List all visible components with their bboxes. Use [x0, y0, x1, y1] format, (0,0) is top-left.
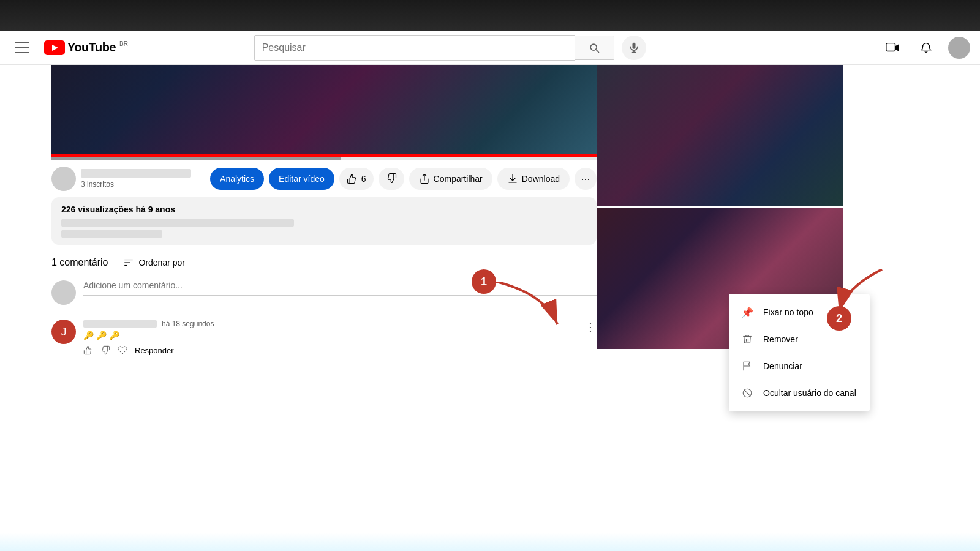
bell-icon	[919, 41, 933, 54]
notifications-button[interactable]	[914, 36, 938, 60]
views-text: 226 visualizações há 9 anos	[61, 204, 587, 214]
block-icon	[741, 387, 753, 399]
comment-username-bar	[83, 320, 157, 328]
svg-marker-6	[895, 44, 899, 51]
comment-actions: Responder	[83, 345, 597, 355]
svg-line-14	[744, 390, 751, 397]
mic-icon	[628, 42, 640, 54]
context-menu-hide-user-label: Ocultar usuário do canal	[763, 388, 856, 398]
video-info-bar: 3 inscritos Analytics Editar vídeo 6	[51, 160, 597, 197]
like-button[interactable]: 6	[339, 168, 374, 190]
dislike-button[interactable]	[379, 168, 404, 190]
comment-thumbs-up-icon	[83, 345, 93, 355]
comments-header: 1 comentário Ordenar por	[51, 257, 597, 268]
comment-thumbs-down-icon	[100, 345, 110, 355]
search-icon	[588, 42, 600, 54]
channel-info: 3 inscritos	[81, 169, 191, 189]
user-avatar[interactable]	[948, 37, 970, 59]
comments-count: 1 comentário	[51, 257, 108, 268]
download-label: Download	[522, 174, 560, 184]
description-line-1	[61, 219, 294, 227]
comment-time: há 18 segundos	[162, 320, 214, 328]
search-area	[254, 35, 646, 61]
edit-video-button[interactable]: Editar vídeo	[269, 168, 334, 190]
commenter-avatar: J	[51, 320, 76, 344]
description-line-2	[61, 230, 162, 238]
trash-icon	[741, 333, 753, 345]
comment-like-button[interactable]	[83, 345, 93, 355]
channel-name-bar	[81, 169, 191, 178]
subscribers-text: 3 inscritos	[81, 180, 191, 189]
search-input-wrap	[254, 35, 575, 61]
heart-icon	[118, 345, 127, 355]
create-icon	[885, 41, 899, 54]
sidebar-thumbnail-1[interactable]	[597, 65, 843, 206]
logo-text: YouTube	[67, 40, 116, 54]
arrow-2	[833, 269, 894, 318]
youtube-play-icon	[44, 40, 65, 55]
video-player[interactable]	[51, 65, 597, 157]
user-comment-avatar	[51, 280, 76, 305]
channel-avatar	[51, 167, 76, 191]
comment-heart-button[interactable]	[118, 345, 127, 355]
comment-more-button[interactable]: ⋮	[584, 320, 597, 334]
share-label: Compartilhar	[434, 174, 483, 184]
context-menu-pin-label: Fixar no topo	[763, 307, 813, 317]
sort-icon	[123, 257, 134, 268]
context-menu-report-label: Denunciar	[763, 361, 802, 371]
download-button[interactable]: Download	[497, 168, 570, 190]
analytics-button[interactable]: Analytics	[210, 168, 264, 190]
sort-button[interactable]: Ordenar por	[123, 257, 185, 268]
arrow-badge-2: 2	[827, 306, 851, 331]
search-input[interactable]	[255, 36, 575, 60]
header-right	[880, 36, 970, 60]
hamburger-icon	[15, 42, 29, 53]
like-count: 6	[361, 174, 366, 184]
sort-label: Ordenar por	[139, 258, 185, 268]
share-button[interactable]: Compartilhar	[409, 168, 492, 190]
svg-rect-2	[632, 42, 635, 48]
header: YouTube BR	[0, 31, 980, 65]
comment-text: 🔑 🔑 🔑	[83, 331, 597, 340]
logo-badge: BR	[119, 40, 128, 47]
video-description-box: 226 visualizações há 9 anos	[51, 197, 597, 245]
badge-1: 1	[472, 269, 496, 294]
context-menu-report[interactable]: Denunciar	[729, 353, 870, 380]
arrow-badge-1: 1	[472, 269, 496, 294]
action-buttons: Analytics Editar vídeo 6	[210, 168, 597, 190]
arrow-1	[496, 282, 570, 331]
context-menu-hide-user[interactable]: Ocultar usuário do canal	[729, 380, 870, 407]
download-icon	[507, 173, 518, 184]
hamburger-button[interactable]	[10, 36, 34, 60]
header-left: YouTube BR	[10, 36, 132, 60]
share-icon	[419, 173, 430, 184]
flag-icon	[741, 360, 753, 372]
more-button[interactable]: ···	[575, 168, 597, 190]
thumbs-up-icon	[347, 173, 358, 184]
top-overlay-bar	[0, 0, 980, 31]
create-button[interactable]	[880, 36, 904, 60]
youtube-logo[interactable]: YouTube BR	[44, 40, 128, 55]
comment-dislike-button[interactable]	[100, 345, 110, 355]
mic-button[interactable]	[622, 36, 646, 60]
reply-button[interactable]: Responder	[135, 346, 174, 355]
thumbs-down-icon	[386, 173, 397, 184]
pin-icon: 📌	[741, 306, 753, 318]
bottom-bar	[0, 533, 980, 551]
context-menu-remove-label: Remover	[763, 334, 798, 344]
search-button[interactable]	[575, 36, 614, 60]
